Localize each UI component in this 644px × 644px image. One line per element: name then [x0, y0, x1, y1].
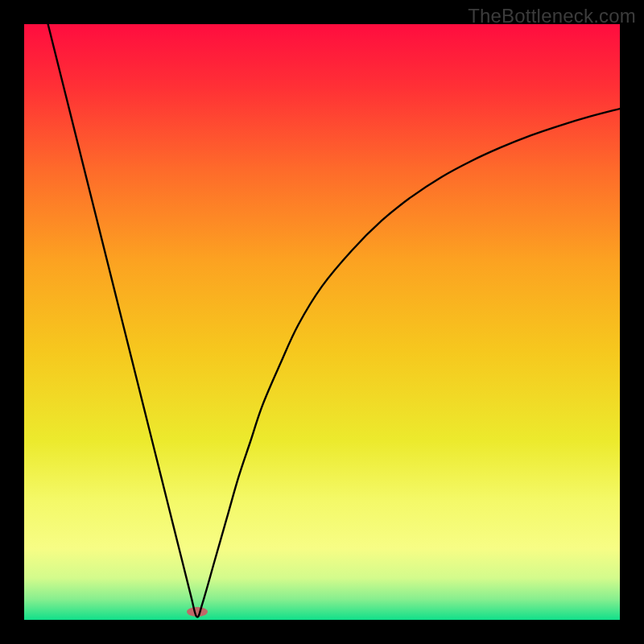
watermark-text: TheBottleneck.com: [468, 5, 636, 27]
plot-area: [24, 24, 620, 620]
chart-frame: TheBottleneck.com: [0, 0, 644, 644]
bottleneck-curve: [24, 24, 620, 620]
